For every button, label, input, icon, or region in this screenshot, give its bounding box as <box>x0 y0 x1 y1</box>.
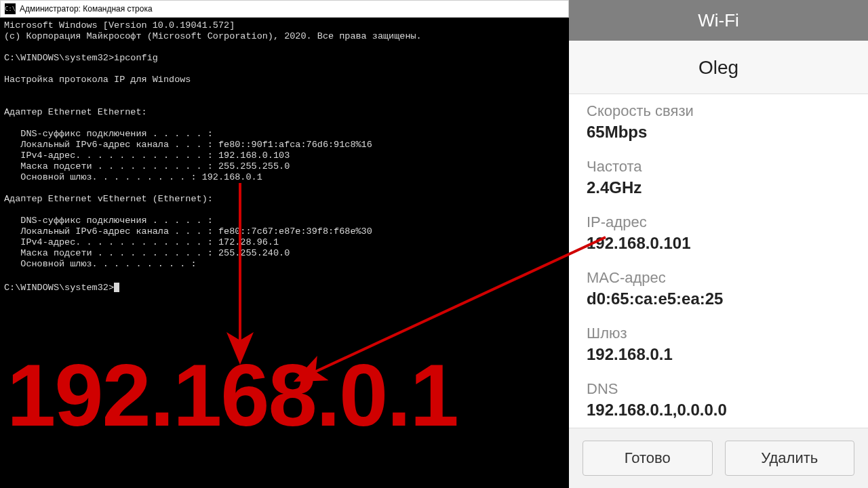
cmd-title: Администратор: Командная строка <box>20 4 153 14</box>
phone-button-row: Готово Удалить <box>569 428 868 488</box>
phone-panel: Wi-Fi Oleg Скорость связи 65Mbps Частота… <box>569 0 868 488</box>
list-item: Скорость связи 65Mbps <box>587 94 850 150</box>
list-item: MAC-адрес d0:65:ca:e5:ea:25 <box>587 261 850 317</box>
item-label: Шлюз <box>587 323 850 344</box>
item-value: 65Mbps <box>587 121 850 143</box>
item-value: 2.4GHz <box>587 177 850 199</box>
item-value: d0:65:ca:e5:ea:25 <box>587 288 850 310</box>
cmd-icon: C:\ <box>5 3 16 14</box>
cmd-titlebar[interactable]: C:\ Администратор: Командная строка <box>0 0 569 18</box>
phone-details-list: Скорость связи 65Mbps Частота 2.4GHz IP-… <box>569 94 868 428</box>
list-item: Частота 2.4GHz <box>587 150 850 205</box>
cmd-body[interactable]: Microsoft Windows [Version 10.0.19041.57… <box>0 18 569 307</box>
phone-network-title: Oleg <box>569 41 868 94</box>
item-label: Скорость связи <box>587 101 850 121</box>
cmd-window: C:\ Администратор: Командная строка Micr… <box>0 0 569 307</box>
item-value: 192.168.0.1 <box>587 344 850 365</box>
item-label: DNS <box>587 379 850 399</box>
item-value: 192.168.0.1,0.0.0.0 <box>587 399 850 421</box>
cmd-output: Microsoft Windows [Version 10.0.19041.57… <box>4 20 422 293</box>
done-button[interactable]: Готово <box>583 441 713 476</box>
item-label: Частота <box>587 157 850 177</box>
list-item: DNS 192.168.0.1,0.0.0.0 <box>587 372 850 428</box>
item-value: 192.168.0.101 <box>587 232 850 254</box>
item-label: MAC-адрес <box>587 268 850 288</box>
item-label: IP-адрес <box>587 212 850 232</box>
phone-header: Wi-Fi <box>569 0 868 41</box>
annotation-ip: 192.168.0.1 <box>7 351 458 439</box>
delete-button[interactable]: Удалить <box>725 441 855 476</box>
cmd-cursor <box>114 283 119 292</box>
list-item: Шлюз 192.168.0.1 <box>587 317 850 372</box>
list-item: IP-адрес 192.168.0.101 <box>587 205 850 261</box>
